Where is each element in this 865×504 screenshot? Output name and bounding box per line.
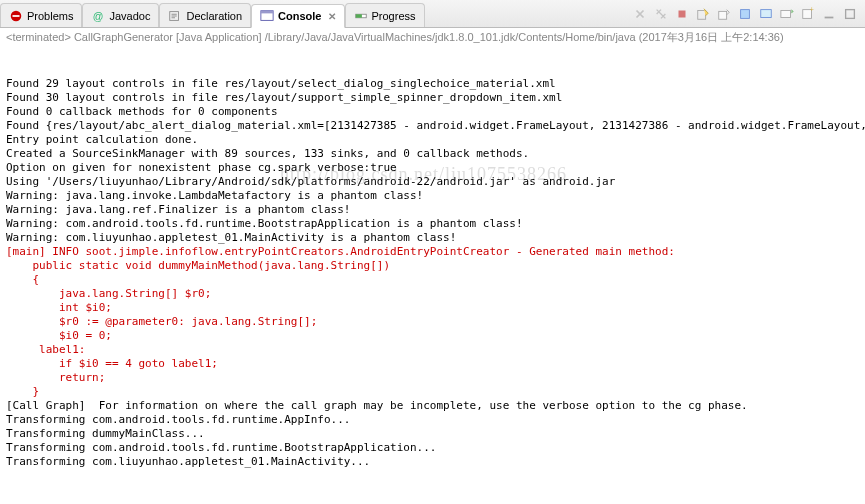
console-line: Transforming dummyMainClass...	[6, 427, 859, 441]
console-line: return;	[6, 371, 859, 385]
pin-console-button[interactable]	[736, 5, 754, 23]
close-icon[interactable]: ✕	[328, 11, 336, 22]
console-line: java.lang.String[] $r0;	[6, 287, 859, 301]
error-icon	[9, 9, 23, 23]
console-output[interactable]: http://blog.csdn.net/liu1075538266 Found…	[0, 47, 865, 471]
tab-label: Javadoc	[109, 10, 150, 22]
tab-problems[interactable]: Problems	[0, 3, 82, 27]
svg-rect-10	[719, 11, 727, 19]
progress-icon	[354, 9, 368, 23]
svg-text:@: @	[93, 9, 104, 21]
console-line: $r0 := @parameter0: java.lang.String[];	[6, 315, 859, 329]
svg-rect-9	[698, 10, 706, 19]
console-line: Found 30 layout controls in file res/lay…	[6, 91, 859, 105]
display-console-button[interactable]	[757, 5, 775, 23]
terminate-button[interactable]	[673, 5, 691, 23]
run-info-text: CallGraphGenerator [Java Application] /L…	[74, 31, 784, 43]
run-info-bar: <terminated> CallGraphGenerator [Java Ap…	[0, 28, 865, 47]
console-line: }	[6, 385, 859, 399]
tabs-container: Problems @ Javadoc Declaration Console ✕…	[0, 0, 425, 27]
tab-bar: Problems @ Javadoc Declaration Console ✕…	[0, 0, 865, 28]
svg-rect-13	[781, 10, 791, 17]
new-console-button[interactable]: +	[799, 5, 817, 23]
svg-rect-5	[261, 11, 273, 14]
clear-console-button[interactable]	[694, 5, 712, 23]
console-line: Warning: java.lang.invoke.LambdaMetafact…	[6, 189, 859, 203]
console-line: Found 29 layout controls in file res/lay…	[6, 77, 859, 91]
remove-launch-button[interactable]	[631, 5, 649, 23]
console-icon	[260, 9, 274, 23]
console-line: Option on given for nonexistent phase cg…	[6, 161, 859, 175]
svg-text:+: +	[810, 7, 814, 13]
terminated-status: <terminated>	[6, 31, 71, 43]
console-line: public static void dummyMainMethod(java.…	[6, 259, 859, 273]
tab-label: Problems	[27, 10, 73, 22]
tab-label: Declaration	[186, 10, 242, 22]
maximize-icon[interactable]	[841, 5, 859, 23]
console-line: Found 0 callback methods for 0 component…	[6, 105, 859, 119]
tab-progress[interactable]: Progress	[345, 3, 425, 27]
svg-rect-17	[846, 9, 855, 18]
tab-javadoc[interactable]: @ Javadoc	[82, 3, 159, 27]
tab-declaration[interactable]: Declaration	[159, 3, 251, 27]
console-line: [Call Graph] For information on where th…	[6, 399, 859, 413]
svg-rect-11	[741, 9, 750, 18]
console-line: Transforming com.android.tools.fd.runtim…	[6, 441, 859, 455]
svg-rect-12	[761, 9, 772, 17]
decl-icon	[168, 9, 182, 23]
console-line: Found {res/layout/abc_alert_dialog_mater…	[6, 119, 859, 133]
console-line: Transforming com.android.tools.fd.runtim…	[6, 413, 859, 427]
svg-rect-16	[825, 16, 834, 18]
tab-label: Console	[278, 10, 321, 22]
tab-label: Progress	[372, 10, 416, 22]
console-line: Created a SourceSinkManager with 89 sour…	[6, 147, 859, 161]
svg-rect-7	[355, 14, 361, 18]
svg-rect-1	[13, 15, 20, 17]
console-line: $i0 = 0;	[6, 329, 859, 343]
console-line: label1:	[6, 343, 859, 357]
console-line: Using '/Users/liuyunhao/Library/Android/…	[6, 175, 859, 189]
console-line: int $i0;	[6, 301, 859, 315]
at-icon: @	[91, 9, 105, 23]
tab-console[interactable]: Console ✕	[251, 4, 344, 28]
console-toolbar: +	[631, 5, 865, 23]
remove-all-button[interactable]	[652, 5, 670, 23]
console-line: Entry point calculation done.	[6, 133, 859, 147]
console-line: Warning: java.lang.ref.Finalizer is a ph…	[6, 203, 859, 217]
console-line: if $i0 == 4 goto label1;	[6, 357, 859, 371]
console-line: Transforming com.liuyunhao.appletest_01.…	[6, 455, 859, 469]
open-console-button[interactable]	[778, 5, 796, 23]
console-line: Warning: com.liuyunhao.appletest_01.Main…	[6, 231, 859, 245]
console-line: {	[6, 273, 859, 287]
scroll-lock-button[interactable]	[715, 5, 733, 23]
console-line: Warning: com.android.tools.fd.runtime.Bo…	[6, 217, 859, 231]
svg-rect-8	[679, 10, 686, 17]
console-line: [main] INFO soot.jimple.infoflow.entryPo…	[6, 245, 859, 259]
minimize-icon[interactable]	[820, 5, 838, 23]
